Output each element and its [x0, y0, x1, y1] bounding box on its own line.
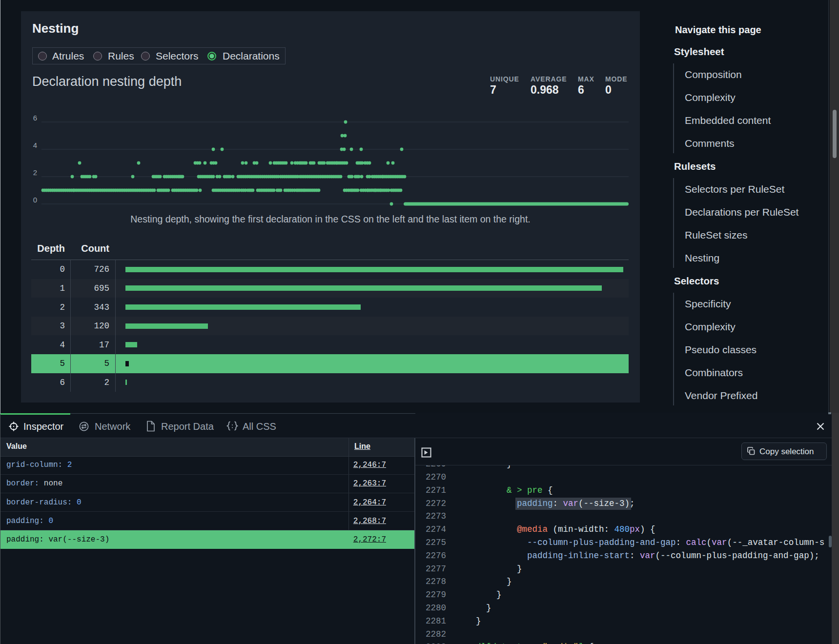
- svg-text:2: 2: [33, 168, 37, 177]
- svg-text:6: 6: [33, 114, 37, 122]
- svg-text:0: 0: [33, 196, 37, 204]
- svg-text:4: 4: [33, 141, 37, 149]
